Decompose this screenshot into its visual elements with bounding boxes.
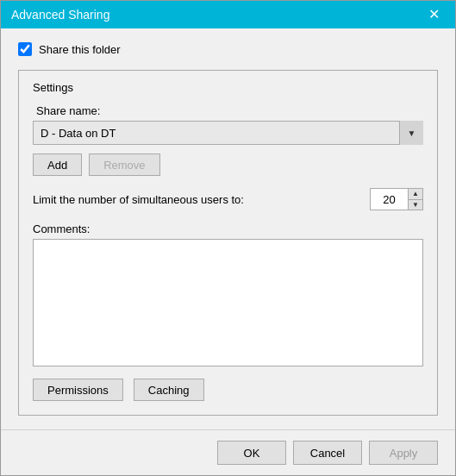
share-checkbox-row: Share this folder (18, 42, 438, 56)
users-limit-label: Limit the number of simultaneous users t… (33, 193, 244, 206)
share-folder-checkbox[interactable] (18, 42, 32, 56)
close-button[interactable]: ✕ (423, 6, 445, 23)
settings-legend: Settings (33, 81, 423, 94)
dialog-title: Advanced Sharing (11, 8, 109, 22)
share-name-label: Share name: (36, 104, 423, 117)
users-spinner: ▲ ▼ (370, 188, 423, 210)
spinner-down-button[interactable]: ▼ (409, 200, 422, 210)
share-name-dropdown[interactable]: D - Data on DT (33, 121, 423, 145)
remove-button[interactable]: Remove (89, 153, 159, 176)
ok-button[interactable]: OK (217, 441, 286, 465)
comments-textarea[interactable] (33, 239, 423, 366)
share-folder-label[interactable]: Share this folder (39, 43, 121, 56)
caching-button[interactable]: Caching (134, 379, 204, 401)
spinner-buttons: ▲ ▼ (408, 188, 423, 210)
add-remove-row: Add Remove (33, 153, 423, 176)
add-button[interactable]: Add (33, 153, 82, 176)
permissions-caching-row: Permissions Caching (33, 379, 423, 401)
users-limit-row: Limit the number of simultaneous users t… (33, 188, 423, 210)
dialog-footer: OK Cancel Apply (1, 429, 455, 475)
share-name-dropdown-wrapper: D - Data on DT ▼ (33, 121, 423, 145)
comments-label: Comments: (33, 222, 423, 235)
dialog-body: Share this folder Settings Share name: D… (1, 28, 455, 429)
title-bar: Advanced Sharing ✕ (1, 1, 455, 28)
cancel-button[interactable]: Cancel (293, 441, 362, 465)
users-limit-input[interactable] (370, 188, 408, 210)
settings-group: Settings Share name: D - Data on DT ▼ Ad… (18, 70, 438, 416)
apply-button[interactable]: Apply (369, 441, 438, 465)
permissions-button[interactable]: Permissions (33, 379, 123, 401)
advanced-sharing-dialog: Advanced Sharing ✕ Share this folder Set… (0, 0, 456, 476)
spinner-up-button[interactable]: ▲ (409, 189, 422, 200)
